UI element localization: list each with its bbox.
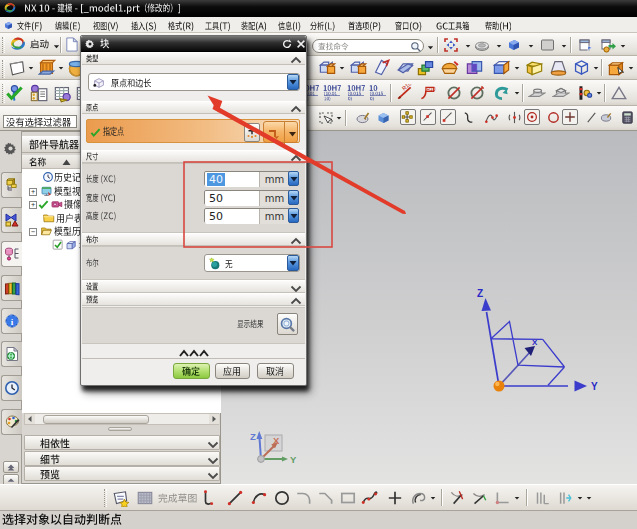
no-entry-icon[interactable] bbox=[445, 84, 463, 102]
command-finder-input[interactable]: 查找命令 bbox=[312, 39, 424, 53]
nx-swoosh-icon[interactable] bbox=[8, 36, 28, 53]
snap-intersection-icon[interactable] bbox=[462, 110, 477, 125]
section-type-up-icon[interactable] bbox=[290, 56, 302, 65]
section-boolean-up-icon[interactable] bbox=[290, 237, 302, 246]
menu-item-2[interactable]: 视图(V) bbox=[93, 21, 120, 32]
wave-dropdown-icon[interactable] bbox=[628, 65, 634, 71]
wcs-z-axis[interactable] bbox=[487, 312, 500, 386]
spreadsheet-icon[interactable] bbox=[53, 84, 72, 103]
block-icon[interactable] bbox=[318, 58, 337, 77]
toolbar-drag-handle[interactable] bbox=[2, 37, 5, 53]
dialog-close-icon[interactable] bbox=[295, 38, 307, 50]
scroll-left-button[interactable] bbox=[25, 414, 35, 424]
section-origin-up-icon[interactable] bbox=[290, 105, 302, 114]
boss-icon[interactable] bbox=[528, 84, 546, 102]
start-dropdown-icon[interactable] bbox=[53, 43, 60, 50]
navigator-panel-2[interactable]: 预览 bbox=[24, 466, 220, 481]
select-dropdown-icon[interactable] bbox=[336, 115, 342, 121]
background-icon[interactable] bbox=[539, 37, 556, 53]
symmetric-dropdown-icon[interactable] bbox=[577, 495, 583, 501]
resource-tab-reuse-library[interactable] bbox=[1, 275, 22, 301]
dialog-section-preview[interactable]: 预览 bbox=[82, 293, 305, 306]
boolean-combo[interactable]: 无 bbox=[204, 254, 300, 272]
offset-curve-icon[interactable] bbox=[410, 489, 428, 507]
circle-icon[interactable] bbox=[273, 489, 291, 507]
toolbar-drag-handle[interactable] bbox=[104, 489, 107, 507]
corner-dropdown-icon[interactable] bbox=[514, 495, 520, 501]
new-file-icon[interactable] bbox=[64, 37, 79, 52]
dimension-dropdown-button-2[interactable] bbox=[288, 208, 299, 223]
sketch-dropdown-icon[interactable] bbox=[28, 65, 34, 71]
menu-item-10[interactable]: 窗口(O) bbox=[395, 21, 423, 32]
geometric-constraints-icon[interactable] bbox=[533, 489, 551, 507]
wireframe-cube-icon[interactable] bbox=[572, 58, 591, 77]
wireframe-dropdown-icon[interactable] bbox=[593, 65, 599, 71]
point-on-face-icon[interactable] bbox=[355, 110, 372, 126]
finish-sketch-icon[interactable] bbox=[136, 489, 154, 507]
intersect-icon[interactable] bbox=[465, 58, 484, 77]
panel-0-down-icon[interactable] bbox=[207, 440, 219, 449]
undo-dropdown-icon[interactable] bbox=[514, 90, 520, 96]
feature-checkbox-icon[interactable] bbox=[52, 239, 64, 251]
section-dimensions-up-icon[interactable] bbox=[290, 154, 302, 163]
stripes-dropdown-icon[interactable] bbox=[596, 90, 602, 96]
snap-arc-center-icon[interactable] bbox=[507, 110, 522, 125]
dialog-collapse-chevrons[interactable] bbox=[179, 348, 209, 357]
unite-icon[interactable] bbox=[416, 58, 435, 77]
line-icon[interactable] bbox=[226, 489, 244, 507]
menu-item-3[interactable]: 插入(S) bbox=[131, 21, 158, 32]
extrude-icon[interactable] bbox=[37, 58, 56, 77]
render-style-icon[interactable] bbox=[474, 37, 490, 53]
inferred-point-split-button[interactable] bbox=[263, 121, 298, 143]
background-dropdown-icon[interactable] bbox=[561, 43, 567, 49]
snap-cube-icon[interactable] bbox=[375, 110, 392, 126]
arc-icon[interactable] bbox=[250, 489, 268, 507]
dialog-reset-icon[interactable] bbox=[281, 38, 293, 50]
menu-item-9[interactable]: 首选项(P) bbox=[348, 21, 382, 32]
dimension-pen-alt-icon[interactable]: R10 bbox=[418, 84, 436, 102]
resource-tab-history[interactable] bbox=[1, 375, 22, 401]
menu-item-7[interactable]: 信息(I) bbox=[278, 21, 302, 32]
shell-icon[interactable] bbox=[525, 58, 544, 77]
profile-icon[interactable] bbox=[201, 489, 219, 507]
window-layout-icon[interactable] bbox=[578, 37, 594, 53]
pad-icon[interactable] bbox=[552, 84, 570, 102]
studio-spline-icon[interactable] bbox=[361, 489, 379, 507]
make-corner-icon[interactable] bbox=[494, 489, 512, 507]
quick-extend-icon[interactable] bbox=[470, 489, 488, 507]
chamfer-body-icon[interactable] bbox=[396, 58, 415, 77]
subtract-icon[interactable] bbox=[492, 58, 511, 77]
fit-dropdown-icon[interactable] bbox=[465, 43, 471, 49]
type-combo[interactable]: 原点和边长 bbox=[88, 73, 300, 91]
dimension-input-1[interactable]: 50 bbox=[205, 191, 259, 206]
dialog-section-dimensions[interactable]: 尺寸 bbox=[82, 150, 305, 163]
menu-item-4[interactable]: 格式(R) bbox=[168, 21, 195, 32]
snap-existing-point-toggle[interactable] bbox=[562, 109, 578, 125]
point-dialog-button[interactable] bbox=[244, 123, 260, 142]
tolerance-feature-icon[interactable]: 10 bbox=[368, 84, 390, 103]
boolean-combo-dropdown-button[interactable] bbox=[287, 255, 299, 271]
panel-1-down-icon[interactable] bbox=[207, 456, 219, 465]
menu-item-0[interactable]: 文件(F) bbox=[17, 21, 43, 32]
snap-circle-center-toggle[interactable] bbox=[524, 109, 540, 125]
extrude-dropdown-icon[interactable] bbox=[58, 65, 64, 71]
toolbar-drag-handle[interactable] bbox=[2, 60, 5, 78]
resource-tab-constraint-navigator[interactable] bbox=[1, 207, 22, 233]
navigator-panel-1[interactable]: 细节 bbox=[24, 451, 220, 466]
snap-point-on-surface-icon[interactable] bbox=[599, 110, 614, 125]
show-result-button[interactable] bbox=[277, 313, 298, 335]
expand-plus-icon[interactable]: + bbox=[29, 201, 37, 209]
resource-options-gear-icon[interactable] bbox=[3, 141, 18, 156]
undo-curve-icon[interactable] bbox=[493, 84, 511, 102]
snap-spline-point-icon[interactable] bbox=[484, 110, 499, 125]
expression-icon[interactable] bbox=[5, 84, 24, 103]
block-dropdown-icon[interactable] bbox=[339, 65, 345, 71]
expand-plus-icon[interactable]: + bbox=[29, 188, 37, 196]
dialog-section-origin[interactable]: 原点 bbox=[82, 101, 305, 114]
chamfer-icon[interactable] bbox=[317, 489, 335, 507]
resource-tab-part-navigator[interactable] bbox=[1, 241, 22, 267]
more-dropdown-icon[interactable] bbox=[586, 495, 592, 501]
section-preview-up-icon[interactable] bbox=[290, 297, 302, 306]
shaded-dropdown-icon[interactable] bbox=[528, 43, 534, 49]
finish-sketch-button[interactable]: 完成草图 bbox=[158, 493, 198, 504]
